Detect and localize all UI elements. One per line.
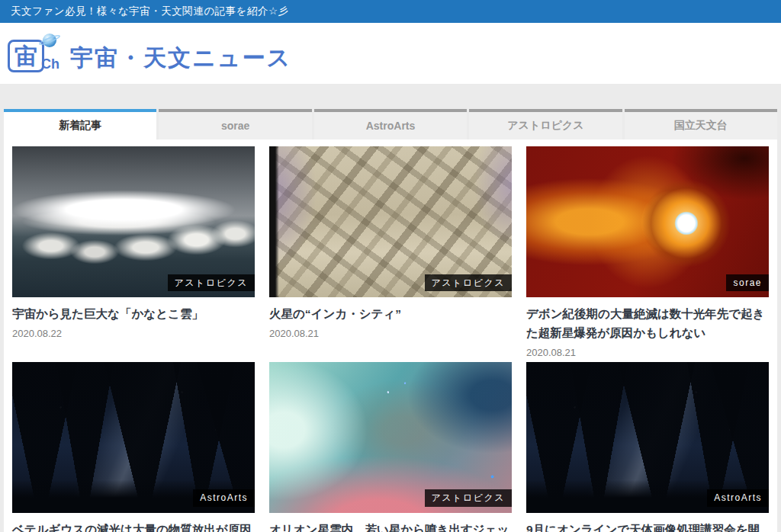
article-card[interactable]: アストロピクス オリオン星雲内、若い星から噴き出すジェッ [269,362,512,532]
article-date: 2020.08.21 [526,347,769,358]
site-tagline-text: 天文ファン必見！様々な宇宙・天文関連の記事を紹介☆彡 [11,5,289,18]
article-title: 火星の“インカ・シティ” [269,305,512,324]
site-logo[interactable]: 宙 Ch 宇宙・天文ニュース [8,34,291,74]
tab-astroarts[interactable]: AstroArts [314,109,467,139]
article-title: 9月にオンラインで天体画像処理講習会を開催 [526,521,769,532]
source-badge: アストロピクス [425,274,512,291]
article-card[interactable]: sorae デボン紀後期の大量絶滅は数十光年先で起きた超新星爆発が原因かもしれな… [526,146,769,358]
source-badge: AstroArts [193,489,255,506]
article-title: オリオン星雲内、若い星から噴き出すジェッ [269,521,512,532]
source-badge: アストロピクス [168,274,255,291]
tab-astropics[interactable]: アストロピクス [469,109,622,139]
source-badge: アストロピクス [425,489,512,506]
tab-sorae[interactable]: sorae [159,109,311,139]
article-title: 宇宙から見た巨大な「かなとこ雲」 [12,305,255,324]
logo-ch-text: Ch [41,56,59,72]
article-card[interactable]: AstroArts ベテルギウスの減光は大量の物質放出が原因 [12,362,255,532]
article-grid: アストロピクス 宇宙から見た巨大な「かなとこ雲」 2020.08.22 アストロ… [12,146,769,532]
source-badge: sorae [726,274,769,291]
article-thumbnail-supernova: sorae [526,146,769,297]
planet-icon [43,34,56,47]
article-card[interactable]: アストロピクス 火星の“インカ・シティ” 2020.08.21 [269,146,512,358]
article-thumbnail-anvil-cloud: アストロピクス [12,146,255,297]
article-list-panel: アストロピクス 宇宙から見た巨大な「かなとこ雲」 2020.08.22 アストロ… [4,139,777,532]
article-card[interactable]: AstroArts 9月にオンラインで天体画像処理講習会を開催 [526,362,769,532]
article-date: 2020.08.22 [12,328,255,339]
article-date: 2020.08.21 [269,328,512,339]
article-thumbnail-orion-nebula: アストロピクス [269,362,512,513]
article-thumbnail-mars-inca-city: アストロピクス [269,146,512,297]
article-title: ベテルギウスの減光は大量の物質放出が原因 [12,521,255,532]
site-header: 宙 Ch 宇宙・天文ニュース [0,23,781,84]
tab-bar: 新着記事 sorae AstroArts アストロピクス 国立天文台 [4,109,777,139]
site-tagline-bar: 天文ファン必見！様々な宇宙・天文関連の記事を紹介☆彡 [0,0,781,23]
article-card[interactable]: アストロピクス 宇宙から見た巨大な「かなとこ雲」 2020.08.22 [12,146,255,358]
source-badge: AstroArts [707,489,769,506]
article-thumbnail-milky-way: AstroArts [12,362,255,513]
article-title: デボン紀後期の大量絶滅は数十光年先で起きた超新星爆発が原因かもしれない [526,305,769,343]
tab-new-articles[interactable]: 新着記事 [4,109,156,139]
tab-naoj[interactable]: 国立天文台 [625,109,777,139]
article-thumbnail-milky-way: AstroArts [526,362,769,513]
site-title: 宇宙・天文ニュース [70,43,291,74]
